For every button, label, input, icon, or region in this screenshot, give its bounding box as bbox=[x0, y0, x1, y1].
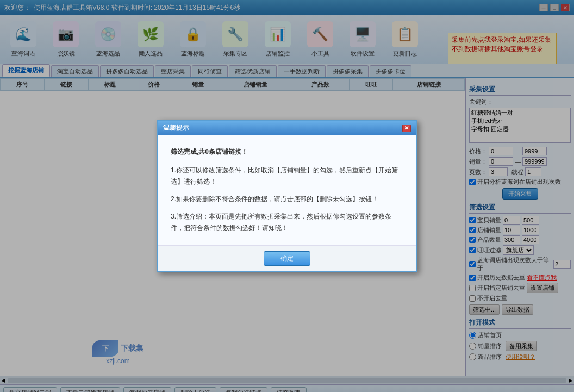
modal-close-btn[interactable]: ✕ bbox=[402, 125, 411, 132]
modal-overlay: 温馨提示 ✕ 筛选完成,共0条店铺链接！ 1.你还可以修改筛选条件，比如取消【店… bbox=[0, 0, 574, 392]
modal-body: 筛选完成,共0条店铺链接！ 1.你还可以修改筛选条件，比如取消【店铺销量】的勾选… bbox=[158, 135, 416, 245]
modal-line2: 1.你还可以修改筛选条件，比如取消【店铺销量】的勾选，然后重新点【开始筛选】进行… bbox=[171, 165, 403, 188]
modal-line4: 3.筛选介绍：本页面是先把所有数据采集出来，然后根据你勾选设置的参数条件，把符合… bbox=[171, 211, 403, 234]
modal-line3: 2.如果你要删除不符合条件的数据，请点击底部的【删除未勾选】按钮！ bbox=[171, 194, 403, 206]
modal-dialog: 温馨提示 ✕ 筛选完成,共0条店铺链接！ 1.你还可以修改筛选条件，比如取消【店… bbox=[157, 120, 417, 272]
modal-footer: 确定 bbox=[158, 245, 416, 271]
modal-title-bar: 温馨提示 ✕ bbox=[158, 121, 416, 135]
modal-line1: 筛选完成,共0条店铺链接！ bbox=[171, 146, 403, 158]
modal-ok-btn[interactable]: 确定 bbox=[264, 251, 310, 266]
modal-title: 温馨提示 bbox=[163, 123, 189, 133]
